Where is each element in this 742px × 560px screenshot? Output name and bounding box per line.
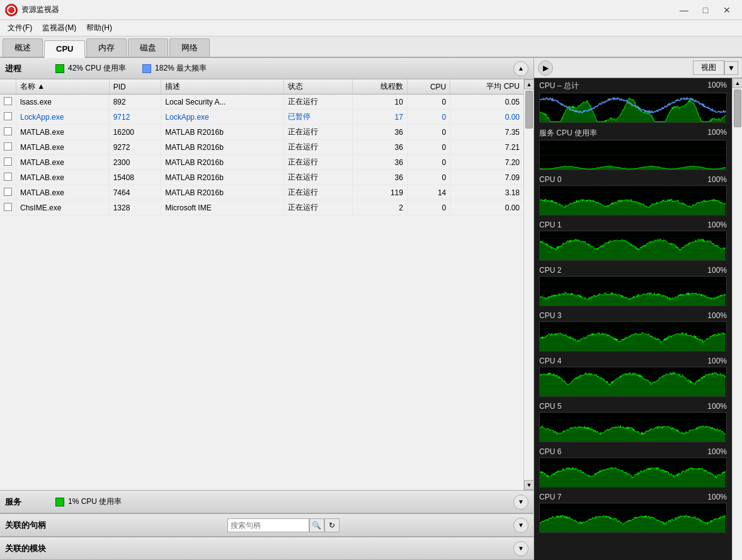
tab-memory[interactable]: 内存 — [86, 38, 127, 57]
tab-network[interactable]: 网络 — [169, 38, 210, 57]
table-row[interactable]: lsass.exe 892 Local Security A... 正在运行 1… — [0, 94, 523, 110]
handles-collapse-btn[interactable]: ▼ — [513, 518, 528, 533]
row-cpu: 0 — [407, 140, 450, 155]
col-threads[interactable]: 线程数 — [352, 79, 407, 94]
view-button[interactable]: 视图 — [693, 60, 724, 75]
handles-refresh-button[interactable]: ↻ — [324, 518, 340, 532]
row-pid: 15408 — [109, 170, 161, 185]
maximize-button[interactable]: □ — [695, 3, 716, 18]
table-row[interactable]: MATLAB.exe 9272 MATLAB R2016b 正在运行 36 0 … — [0, 140, 523, 155]
row-checkbox[interactable] — [0, 185, 16, 200]
col-desc[interactable]: 描述 — [161, 79, 283, 94]
left-panel: 进程 42% CPU 使用率 182% 最大频率 ▲ 名称 — [0, 58, 534, 560]
row-pid: 1328 — [109, 200, 161, 215]
row-avg-cpu: 7.20 — [450, 155, 523, 170]
right-nav-button[interactable]: ▶ — [538, 60, 553, 76]
row-threads: 36 — [352, 155, 407, 170]
table-row[interactable]: MATLAB.exe 15408 MATLAB R2016b 正在运行 36 0… — [0, 170, 523, 185]
handles-search-input[interactable] — [227, 518, 309, 532]
cpu-graph-item: CPU 1100% — [534, 218, 732, 263]
services-dot — [55, 498, 64, 506]
row-name: MATLAB.exe — [16, 155, 110, 170]
col-name[interactable]: 名称 ▲ — [16, 79, 110, 94]
col-status[interactable]: 状态 — [283, 79, 352, 94]
process-table-wrapper: 名称 ▲ PID 描述 状态 线程数 CPU 平均 CPU lsass.exe — [0, 79, 534, 490]
process-title: 进程 — [5, 63, 55, 74]
process-table: 名称 ▲ PID 描述 状态 线程数 CPU 平均 CPU lsass.exe — [0, 79, 523, 215]
col-avg-cpu[interactable]: 平均 CPU — [450, 79, 523, 94]
cpu-graph-label: CPU 5100% — [539, 402, 727, 411]
row-status: 正在运行 — [283, 155, 352, 170]
services-usage: 1% CPU 使用率 — [68, 496, 122, 507]
row-status: 正在运行 — [283, 140, 352, 155]
row-name: ChsIME.exe — [16, 200, 110, 215]
row-cpu: 0 — [407, 155, 450, 170]
services-collapse-btn[interactable]: ▼ — [513, 494, 528, 510]
row-avg-cpu: 0.00 — [450, 200, 523, 215]
modules-header[interactable]: 关联的模块 ▼ — [0, 537, 534, 560]
row-pid: 2300 — [109, 155, 161, 170]
modules-collapse-btn[interactable]: ▼ — [513, 541, 528, 556]
col-pid[interactable]: PID — [109, 79, 161, 94]
row-threads: 2 — [352, 200, 407, 215]
row-pid: 9272 — [109, 140, 161, 155]
minimize-button[interactable]: — — [674, 3, 694, 18]
row-desc: Local Security A... — [161, 94, 283, 110]
menu-bar: 文件(F) 监视器(M) 帮助(H) — [0, 20, 742, 37]
row-avg-cpu: 0.05 — [450, 94, 523, 110]
cpu-graph-label: CPU 2100% — [539, 266, 727, 275]
row-checkbox[interactable] — [0, 200, 16, 215]
tab-overview[interactable]: 概述 — [3, 38, 43, 57]
services-header[interactable]: 服务 1% CPU 使用率 ▼ — [0, 491, 534, 513]
row-checkbox[interactable] — [0, 170, 16, 185]
table-row[interactable]: MATLAB.exe 2300 MATLAB R2016b 正在运行 36 0 … — [0, 155, 523, 170]
table-row[interactable]: MATLAB.exe 16200 MATLAB R2016b 正在运行 36 0… — [0, 125, 523, 140]
row-desc: LockApp.exe — [161, 110, 283, 125]
row-checkbox[interactable] — [0, 94, 16, 110]
scrollbar-thumb[interactable] — [525, 91, 533, 129]
cpu-graph-label: CPU 6100% — [539, 447, 727, 456]
row-checkbox[interactable] — [0, 140, 16, 155]
freq-status-dot — [142, 64, 151, 73]
row-checkbox[interactable] — [0, 110, 16, 125]
scroll-up-arrow[interactable]: ▲ — [524, 79, 534, 89]
right-scrollbar-thumb[interactable] — [734, 89, 741, 127]
tab-cpu[interactable]: CPU — [44, 40, 85, 58]
row-checkbox[interactable] — [0, 125, 16, 140]
menu-monitor[interactable]: 监视器(M) — [37, 21, 81, 35]
tab-disk[interactable]: 磁盘 — [128, 38, 168, 57]
cpu-graph-item: CPU – 总计100% — [534, 78, 732, 125]
scroll-down-arrow[interactable]: ▼ — [524, 480, 534, 490]
col-cpu[interactable]: CPU — [407, 79, 450, 94]
table-row[interactable]: ChsIME.exe 1328 Microsoft IME 正在运行 2 0 0… — [0, 200, 523, 215]
row-name: MATLAB.exe — [16, 140, 110, 155]
title-bar: 资源监视器 — □ ✕ — [0, 0, 742, 20]
col-checkbox[interactable] — [0, 79, 16, 94]
handles-search-button[interactable]: 🔍 — [309, 518, 324, 532]
table-row[interactable]: LockApp.exe 9712 LockApp.exe 已暂停 17 0 0.… — [0, 110, 523, 125]
cpu-graph-label: CPU 7100% — [539, 493, 727, 501]
right-panel: ▶ 视图 ▼ CPU – 总计100%服务 CPU 使用率100%CPU 010… — [534, 58, 742, 560]
process-collapse-btn[interactable]: ▲ — [513, 61, 528, 76]
close-button[interactable]: ✕ — [717, 3, 737, 18]
services-title: 服务 — [5, 496, 55, 508]
menu-help[interactable]: 帮助(H) — [81, 21, 117, 35]
table-row[interactable]: MATLAB.exe 7464 MATLAB R2016b 正在运行 119 1… — [0, 185, 523, 200]
view-dropdown-button[interactable]: ▼ — [724, 61, 738, 75]
row-threads: 10 — [352, 94, 407, 110]
process-scrollbar[interactable]: ▲ ▼ — [523, 79, 534, 490]
row-checkbox[interactable] — [0, 155, 16, 170]
menu-file[interactable]: 文件(F) — [3, 21, 37, 35]
right-scroll-up[interactable]: ▲ — [733, 78, 742, 88]
row-pid: 9712 — [109, 110, 161, 125]
cpu-graph-canvas — [539, 276, 727, 306]
row-pid: 892 — [109, 94, 161, 110]
modules-title: 关联的模块 — [5, 543, 55, 554]
right-scrollbar[interactable]: ▲ — [732, 78, 742, 560]
row-threads: 36 — [352, 125, 407, 140]
services-status: 1% CPU 使用率 — [55, 496, 513, 507]
row-avg-cpu: 0.00 — [450, 110, 523, 125]
row-status: 正在运行 — [283, 94, 352, 110]
process-status: 42% CPU 使用率 182% 最大频率 — [55, 63, 513, 74]
main-container: 进程 42% CPU 使用率 182% 最大频率 ▲ 名称 — [0, 58, 742, 560]
